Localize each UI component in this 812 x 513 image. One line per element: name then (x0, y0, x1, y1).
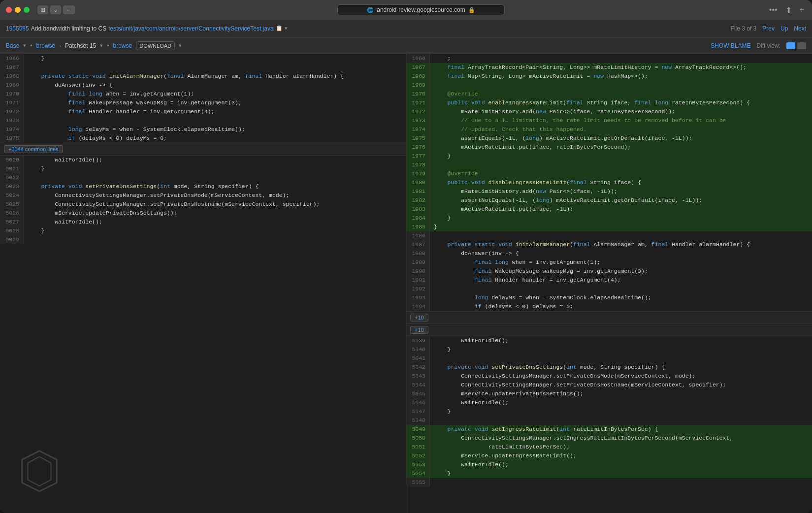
dropdown-arrow-3[interactable]: ▾ (179, 42, 182, 49)
table-row: 1966 } (0, 54, 406, 63)
table-row: 1991 final Handler handler = inv.getArgu… (406, 276, 812, 285)
chevron-down-icon[interactable]: ⌄ (50, 5, 61, 14)
table-row: 1968 private static void initAlarmManage… (0, 72, 406, 81)
right-arrow: › (59, 43, 61, 49)
show-blame-button[interactable]: SHOW BLAME (711, 42, 750, 49)
table-row: 1975 assertEquals(-1L, (long) mActiveRat… (406, 134, 812, 143)
add-tab-button[interactable]: + (798, 4, 806, 15)
table-row: 1994 if (delayMs < 0) delayMs = 0; (406, 302, 812, 311)
table-row: 5027 waitForIdle(); (0, 218, 406, 226)
table-row: 5044 ConnectivitySettingsManager.setPriv… (406, 381, 812, 389)
table-row: 1978 (406, 160, 812, 169)
table-row: 5041 (406, 354, 812, 363)
table-row: 5049 private void setIngressRateLimit(in… (406, 425, 812, 434)
table-row: 1979 @Override (406, 169, 812, 178)
table-row: 1974 long delayMs = when - SystemClock.e… (0, 125, 406, 134)
table-row: 5026 mService.updatePrivateDnsSettings()… (0, 209, 406, 218)
site-icon: 🌐 (367, 7, 374, 13)
commit-id-link[interactable]: 1955585 (6, 25, 29, 32)
table-row: 1973 // Due to a TC limitation, the rate… (406, 116, 812, 125)
table-row: 1969 (406, 81, 812, 90)
url-text[interactable]: android-review.googlesource.com (377, 6, 465, 13)
right-collapse-bar-1[interactable]: +10 (406, 311, 812, 324)
table-row: 1981 mRateLimitHistory.add(new Pair<>(if… (406, 187, 812, 196)
diff-view-toggle (786, 42, 806, 49)
table-row: 1971 public void enableIngressRateLimit(… (406, 98, 812, 107)
up-link[interactable]: Up (780, 25, 788, 32)
separator: • (30, 42, 32, 49)
base-link[interactable]: Base (6, 42, 19, 49)
collapse-bar[interactable]: +3044 common lines (0, 143, 406, 156)
table-row: 1988 doAnswer(inv -> { (406, 249, 812, 258)
fullscreen-button[interactable] (24, 7, 30, 13)
tab-controls: ⊞ ⌄ ← (37, 5, 75, 14)
topbar-right: File 3 of 3 Prev Up Next (731, 25, 806, 32)
right-collapse-bar-2[interactable]: +10 (406, 324, 812, 336)
download-button[interactable]: DOWNLOAD (136, 41, 175, 50)
table-row: 1980 public void disableIngressRateLimit… (406, 178, 812, 187)
topbar: 1955585 Add bandwidth limiting to CS tes… (0, 20, 812, 37)
side-by-side-icon[interactable] (786, 42, 795, 49)
table-row: 5039 waitForIdle(); (406, 336, 812, 345)
table-row: 5050 ConnectivitySettingsManager.setIngr… (406, 434, 812, 443)
expand-button[interactable]: +3044 common lines (4, 145, 63, 153)
table-row: 1975 if (delayMs < 0) delayMs = 0; (0, 134, 406, 143)
table-row: 1984 } (406, 214, 812, 223)
file-path-link[interactable]: tests/unit/java/com/android/server/Conne… (108, 25, 273, 32)
table-row: 1992 (406, 285, 812, 293)
table-row: 5043 ConnectivitySettingsManager.setPriv… (406, 372, 812, 381)
table-row: 5040 } (406, 345, 812, 354)
table-row: 5020 waitForIdle(); (0, 156, 406, 164)
table-row: 1986 (406, 231, 812, 240)
table-row: 1970 @Override (406, 90, 812, 98)
ellipsis-icon[interactable]: ••• (767, 4, 780, 15)
minimize-button[interactable] (15, 7, 21, 13)
secondarybar: Base ▾ • browse › Patchset 15 ▾ • browse… (0, 37, 812, 54)
svg-marker-1 (28, 457, 51, 486)
unified-icon[interactable] (797, 42, 806, 49)
expand-button-2[interactable]: +10 (410, 326, 428, 334)
browse-link-1[interactable]: browse (36, 42, 56, 49)
next-link[interactable]: Next (794, 25, 806, 32)
copy-icon[interactable]: 📋 (276, 25, 283, 32)
table-row: 5055 (406, 478, 812, 487)
table-row: 1977 } (406, 152, 812, 160)
table-row: 5053 waitForIdle(); (406, 460, 812, 469)
file-info: File 3 of 3 (731, 25, 757, 32)
table-row: 1970 final long when = inv.getArgument(1… (0, 90, 406, 98)
table-row: 5047 } (406, 407, 812, 416)
main-window: ⊞ ⌄ ← 🌐 android-review.googlesource.com … (0, 0, 812, 513)
table-row: 1969 doAnswer(inv -> { (0, 81, 406, 90)
table-row: 1985 } (406, 223, 812, 231)
close-button[interactable] (6, 7, 12, 13)
watermark-logo (20, 449, 59, 493)
table-row: 1966 ; (406, 54, 812, 63)
table-row: 5051 rateLimitInBytesPerSec); (406, 443, 812, 451)
table-row: 1973 (0, 116, 406, 125)
table-row: 5029 (0, 235, 406, 244)
separator2: • (107, 42, 109, 49)
table-row: 5025 ConnectivitySettingsManager.setPriv… (0, 200, 406, 209)
table-row: 5023 private void setPrivateDnsSettings(… (0, 182, 406, 191)
dropdown-arrow-2[interactable]: ▾ (100, 42, 103, 49)
table-row: 1982 assertNotEquals(-1L, (long) mActive… (406, 196, 812, 205)
prev-link[interactable]: Prev (762, 25, 775, 32)
expand-button-1[interactable]: +10 (410, 314, 428, 321)
dropdown-arrow[interactable]: ▾ (23, 42, 26, 49)
table-row: 5052 mService.updateIngressRateLimit(); (406, 451, 812, 460)
right-code-scroll[interactable]: 1966 ; 1967 final ArrayTrackRecord<Pair<… (406, 54, 812, 513)
code-area: 1966 } 1967 1968 private static void ini… (0, 54, 812, 513)
right-diff-pane: 1966 ; 1967 final ArrayTrackRecord<Pair<… (406, 54, 812, 513)
left-code-scroll[interactable]: 1966 } 1967 1968 private static void ini… (0, 54, 406, 513)
table-row: 5021 } (0, 164, 406, 173)
sidebar-toggle[interactable]: ⊞ (37, 5, 48, 14)
table-row: 1976 mActiveRateLimit.put(iface, rateInB… (406, 143, 812, 152)
topbar-left: 1955585 Add bandwidth limiting to CS tes… (6, 25, 728, 32)
dropdown-icon[interactable]: ▾ (285, 25, 288, 32)
left-diff-pane: 1966 } 1967 1968 private static void ini… (0, 54, 406, 513)
share-icon[interactable]: ⬆ (783, 4, 794, 16)
table-row: 1968 final Map<String, Long> mActiveRate… (406, 72, 812, 81)
table-row: 1989 final long when = inv.getArgument(1… (406, 258, 812, 267)
browse-link-2[interactable]: browse (113, 42, 132, 49)
back-button[interactable]: ← (63, 5, 75, 14)
